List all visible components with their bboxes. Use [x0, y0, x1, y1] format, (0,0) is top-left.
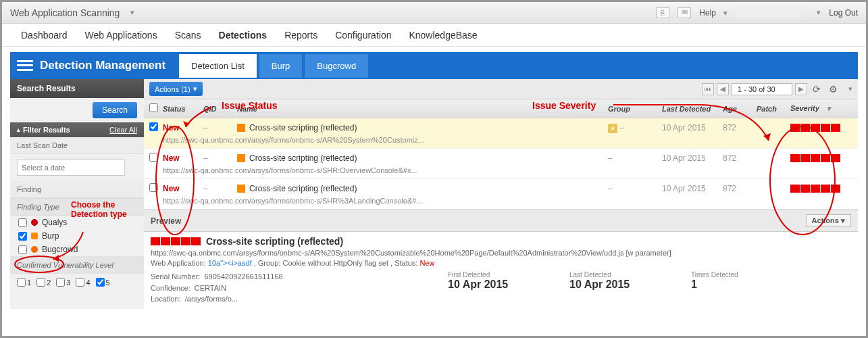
tab-detection-list[interactable]: Detection List	[179, 54, 257, 78]
row-group: –	[608, 184, 662, 193]
prev-page-icon[interactable]: ◀	[717, 83, 729, 95]
row-qid: –	[203, 153, 237, 163]
col-age[interactable]: Age	[723, 105, 757, 113]
preview-actions-button[interactable]: Actions ▾	[806, 214, 851, 227]
filter-qualys[interactable]: Qualys	[10, 216, 144, 229]
search-button[interactable]: Search	[93, 102, 137, 118]
row-group: –	[608, 153, 662, 163]
preview-status: New	[419, 259, 434, 267]
vuln-icon	[237, 124, 245, 132]
col-patch[interactable]: Patch	[757, 105, 790, 113]
filter-qualys-checkbox[interactable]	[18, 218, 27, 227]
cvl-label: Confirmed Vulnerability Level	[10, 256, 144, 274]
row-last-detected: 10 Apr 2015	[662, 123, 723, 132]
search-results-header: Search Results	[10, 79, 144, 98]
col-severity[interactable]: Severity ▾	[790, 104, 858, 113]
level-2[interactable]: 2	[36, 278, 51, 287]
filter-bugcrowd[interactable]: Bugcrowd	[10, 243, 144, 256]
row-checkbox[interactable]	[149, 122, 158, 131]
col-status[interactable]: Status	[163, 105, 203, 113]
logout-link[interactable]: Log Out	[829, 8, 858, 18]
nav-detections[interactable]: Detections	[219, 30, 267, 41]
row-age: 872	[723, 123, 757, 132]
gear-icon[interactable]: ⚙	[829, 84, 838, 95]
qualys-icon	[31, 219, 38, 226]
filter-burp-checkbox[interactable]	[18, 232, 27, 241]
nav-reports[interactable]: Reports	[284, 30, 317, 41]
table-header: Status QID Name Group Last Detected Age …	[144, 99, 858, 118]
finding-label: Finding	[10, 181, 144, 198]
row-checkbox[interactable]	[149, 153, 158, 162]
row-name: Cross-site scripting (reflected)	[237, 123, 608, 132]
row-url: https://swc-qa.onbmc.com/arsys/forms/onb…	[144, 136, 858, 147]
row-checkbox[interactable]	[149, 183, 158, 192]
row-name: Cross-site scripting (reflected)	[237, 184, 608, 193]
pager-text: 1 - 30 of 30	[732, 83, 792, 95]
nav-dashboard[interactable]: Dashboard	[21, 30, 68, 41]
next-page-icon[interactable]: ▶	[795, 83, 807, 95]
col-group[interactable]: Group	[608, 105, 662, 113]
filter-results-header[interactable]: ▴ Filter Results Clear All	[10, 122, 144, 137]
row-status: New	[163, 123, 203, 132]
webapp-link[interactable]: 10a"><i>asdf	[208, 259, 252, 267]
col-name[interactable]: Name	[237, 105, 608, 113]
chevron-down-icon[interactable]: ▾	[848, 84, 852, 93]
row-status: New	[163, 184, 203, 193]
refresh-icon[interactable]: ⟳	[813, 84, 821, 95]
last-scan-date-label: Last Scan Date	[10, 137, 144, 154]
level-5[interactable]: 5	[96, 278, 110, 287]
preview-url: https://swc-qa.onbmc.com/arsys/forms/onb…	[151, 249, 851, 257]
row-last-detected: 10 Apr 2015	[662, 153, 723, 163]
mail-icon[interactable]: ✉	[678, 7, 691, 18]
page-title: Detection Management	[40, 59, 165, 72]
tab-burp[interactable]: Burp	[259, 54, 302, 78]
severity-indicator	[151, 237, 201, 245]
level-4[interactable]: 4	[76, 278, 90, 287]
topbar: Web Application Scanning ▾ ⎘ ✉ Help ▾ ▾ …	[2, 2, 866, 24]
first-page-icon[interactable]: ⏮	[702, 83, 714, 95]
severity-indicator	[790, 154, 858, 162]
row-url: https://swc-qa.onbmc.com/arsys/forms/onb…	[144, 197, 858, 208]
list-icon	[17, 59, 33, 72]
user-menu[interactable]	[736, 7, 803, 18]
table-row[interactable]: New – Cross-site scripting (reflected) ▾…	[144, 118, 858, 149]
bugcrowd-icon	[31, 246, 38, 253]
severity-indicator	[790, 185, 858, 193]
page-header: Detection Management Detection List Burp…	[10, 52, 858, 79]
nav-scans[interactable]: Scans	[175, 30, 201, 41]
col-last-detected[interactable]: Last Detected	[662, 105, 723, 113]
col-qid[interactable]: QID	[203, 105, 237, 113]
nav-knowledgebase[interactable]: KnowledgeBase	[409, 30, 477, 41]
table-row[interactable]: New – Cross-site scripting (reflected) –…	[144, 149, 858, 179]
nav-webapps[interactable]: Web Applications	[85, 30, 157, 41]
preview-header: Preview Actions ▾	[144, 210, 858, 232]
select-all-checkbox[interactable]	[149, 103, 158, 112]
row-status: New	[163, 153, 203, 163]
table-row[interactable]: New – Cross-site scripting (reflected) –…	[144, 179, 858, 210]
row-qid: –	[203, 184, 237, 193]
row-name: Cross-site scripting (reflected)	[237, 153, 608, 163]
actions-button[interactable]: Actions (1)▾	[149, 82, 203, 96]
filter-bugcrowd-checkbox[interactable]	[18, 245, 27, 254]
date-input[interactable]	[17, 160, 125, 176]
row-group: ▾ –	[608, 123, 662, 133]
level-3[interactable]: 3	[56, 278, 70, 287]
help-menu[interactable]: Help ▾	[699, 8, 727, 18]
row-url: https://swc-qa.onbmc.com/arsys/forms/onb…	[144, 166, 858, 177]
level-1[interactable]: 1	[17, 278, 31, 287]
collapse-icon: ▴	[17, 126, 20, 133]
row-age: 872	[723, 184, 757, 193]
chevron-down-icon[interactable]: ▾	[130, 8, 134, 17]
export-icon[interactable]: ⎘	[656, 7, 669, 18]
row-qid: –	[203, 123, 237, 132]
row-last-detected: 10 Apr 2015	[662, 184, 723, 193]
vuln-icon	[237, 154, 245, 162]
group-badge-icon: ▾	[608, 124, 617, 133]
filter-burp[interactable]: Burp	[10, 229, 144, 243]
clear-all-link[interactable]: Clear All	[109, 126, 137, 134]
chevron-down-icon: ▾	[193, 84, 197, 93]
burp-icon	[31, 233, 38, 239]
tab-bugcrowd[interactable]: Bugcrowd	[305, 54, 368, 78]
nav-configuration[interactable]: Configuration	[335, 30, 391, 41]
severity-indicator	[790, 124, 858, 132]
